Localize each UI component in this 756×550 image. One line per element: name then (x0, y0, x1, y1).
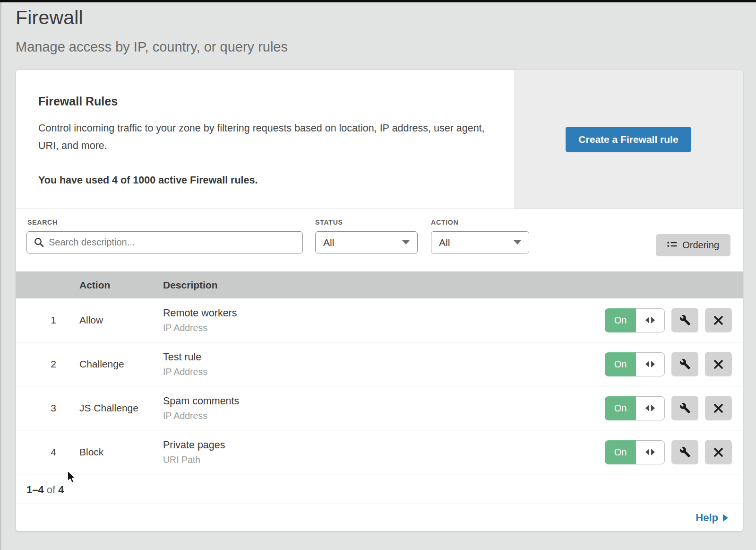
rule-controls: On (587, 396, 743, 420)
page-subtitle: Manage access by IP, country, or query r… (16, 39, 756, 55)
rule-controls: On (587, 352, 743, 376)
toggle-on-segment[interactable]: On (605, 308, 636, 332)
rule-enabled-toggle[interactable]: On (605, 352, 665, 376)
arrow-left-icon (645, 405, 649, 411)
close-icon (713, 315, 723, 325)
rule-action: Block (79, 446, 163, 458)
action-select[interactable]: All (431, 231, 529, 253)
edit-rule-button[interactable] (671, 396, 698, 420)
table-row: 2 Challenge Test rule IP Address On (16, 342, 743, 386)
rule-description-cell: Private pages URI Path (163, 439, 587, 465)
status-label: STATUS (315, 218, 418, 226)
wrench-icon (679, 358, 691, 370)
rule-description: Private pages (163, 439, 587, 451)
arrow-right-icon (651, 405, 655, 411)
rule-action: Challenge (79, 358, 163, 370)
table-row: 3 JS Challenge Spam comments IP Address … (16, 386, 743, 430)
pagination-total: 4 (58, 484, 64, 496)
screen-top-edge (0, 0, 756, 2)
filters-bar: SEARCH STATUS All ACTION All (16, 209, 743, 271)
rule-action: Allow (79, 314, 163, 326)
rule-priority: 2 (16, 358, 79, 370)
toggle-on-segment[interactable]: On (605, 440, 636, 464)
toggle-handle[interactable] (636, 396, 665, 420)
help-link[interactable]: Help (696, 512, 728, 524)
usage-note: You have used 4 of 1000 active Firewall … (38, 175, 495, 186)
action-filter-group: ACTION All (424, 218, 529, 253)
arrow-left-icon (645, 361, 649, 367)
search-icon (34, 237, 44, 247)
rule-priority: 3 (16, 402, 79, 414)
rule-match-type: IP Address (163, 410, 587, 421)
table-header: Action Description (16, 271, 743, 298)
rule-match-type: IP Address (163, 323, 587, 333)
rule-enabled-toggle[interactable]: On (605, 396, 665, 420)
card-footer: Help (16, 504, 743, 531)
delete-rule-button[interactable] (705, 352, 732, 376)
toggle-handle[interactable] (636, 352, 665, 376)
rule-description-cell: Spam comments IP Address (163, 395, 587, 421)
ordering-button-label: Ordering (682, 240, 719, 251)
rule-enabled-toggle[interactable]: On (605, 308, 665, 332)
toggle-on-segment[interactable]: On (605, 396, 636, 420)
status-selected-value: All (323, 237, 334, 248)
close-icon (713, 359, 723, 369)
arrow-left-icon (645, 449, 649, 455)
close-icon (713, 447, 723, 457)
action-column-header: Action (79, 279, 163, 291)
rule-priority: 1 (16, 314, 79, 326)
ordering-button[interactable]: Ordering (656, 234, 730, 256)
action-selected-value: All (439, 237, 450, 248)
rule-match-type: IP Address (163, 367, 587, 377)
rule-priority: 4 (16, 446, 79, 458)
rule-description: Spam comments (163, 395, 587, 407)
edit-rule-button[interactable] (671, 308, 698, 332)
page-title: Firewall (16, 7, 756, 29)
rule-match-type: URI Path (163, 454, 587, 465)
edit-rule-button[interactable] (671, 440, 698, 464)
pagination-of: of (47, 484, 55, 496)
firewall-rules-card: Firewall Rules Control incoming traffic … (16, 70, 743, 532)
chevron-down-icon (514, 240, 521, 244)
arrow-right-icon (651, 449, 655, 455)
rule-description-cell: Remote workers IP Address (163, 307, 587, 333)
rule-controls: On (587, 308, 743, 332)
rule-description: Remote workers (163, 307, 587, 319)
help-link-label: Help (696, 512, 718, 524)
search-box[interactable] (26, 231, 303, 253)
delete-rule-button[interactable] (705, 396, 732, 420)
description-column-header: Description (163, 279, 743, 291)
table-row: 4 Block Private pages URI Path On (16, 430, 743, 474)
wrench-icon (679, 314, 691, 326)
arrow-right-icon (651, 361, 655, 367)
rule-controls: On (587, 440, 743, 464)
create-rule-panel: Create a Firewall rule (514, 70, 743, 209)
delete-rule-button[interactable] (705, 440, 732, 464)
edit-rule-button[interactable] (671, 352, 698, 376)
search-filter-group: SEARCH (26, 218, 303, 253)
toggle-handle[interactable] (636, 308, 665, 332)
toggle-on-segment[interactable]: On (605, 352, 636, 376)
search-input[interactable] (49, 237, 297, 248)
rule-action: JS Challenge (79, 402, 163, 414)
rule-description-cell: Test rule IP Address (163, 351, 587, 377)
rule-enabled-toggle[interactable]: On (605, 440, 665, 464)
table-row: 1 Allow Remote workers IP Address On (16, 298, 743, 342)
delete-rule-button[interactable] (705, 308, 732, 332)
pagination-range: 1–4 (26, 484, 44, 496)
rule-description: Test rule (163, 351, 587, 363)
overview-text-block: Firewall Rules Control incoming traffic … (16, 70, 514, 209)
status-filter-group: STATUS All (309, 218, 418, 253)
arrow-right-icon (651, 317, 655, 323)
search-label: SEARCH (27, 218, 303, 226)
create-firewall-rule-button[interactable]: Create a Firewall rule (566, 127, 691, 152)
section-heading: Firewall Rules (38, 95, 495, 108)
list-icon (667, 241, 677, 250)
pagination: 1–4 of 4 (16, 474, 743, 504)
toggle-handle[interactable] (636, 440, 665, 464)
wrench-icon (679, 446, 691, 458)
page-header: Firewall Manage access by IP, country, o… (0, 0, 756, 55)
status-select[interactable]: All (315, 231, 418, 253)
overview-section: Firewall Rules Control incoming traffic … (16, 70, 743, 209)
action-label: ACTION (431, 218, 529, 226)
